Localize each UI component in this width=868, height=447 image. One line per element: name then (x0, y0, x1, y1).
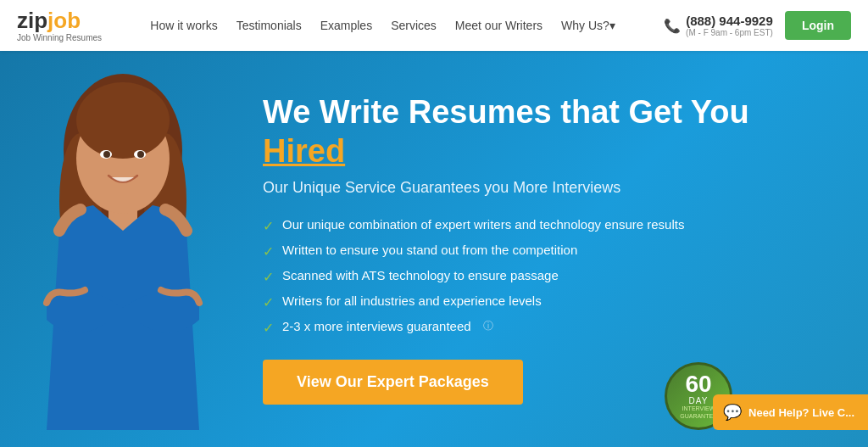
chat-label: Need Help? Live C... (748, 406, 854, 419)
badge-day: DAY (689, 396, 709, 405)
nav-item-examples[interactable]: Examples (320, 18, 372, 33)
nav-item-how-it-works[interactable]: How it works (150, 18, 217, 33)
check-icon-3: ✓ (263, 269, 274, 285)
nav-link-examples[interactable]: Examples (320, 19, 372, 32)
feature-item-3: ✓ Scanned with ATS technology to ensure … (263, 268, 763, 285)
phone-area: 📞 (888) 944-9929 (M - F 9am - 6pm EST) (664, 14, 773, 37)
live-chat-widget[interactable]: 💬 Need Help? Live C... (713, 394, 868, 430)
feature-item-4: ✓ Writers for all industries and experie… (263, 293, 763, 310)
feature-item-2: ✓ Written to ensure you stand out from t… (263, 243, 763, 260)
nav-item-writers[interactable]: Meet our Writers (455, 18, 542, 33)
hero-woman-image (8, 65, 237, 447)
nav-link-writers[interactable]: Meet our Writers (455, 19, 542, 32)
nav-link-why-us[interactable]: Why Us?▾ (561, 19, 615, 32)
check-icon-5: ✓ (263, 320, 274, 336)
feature-item-1: ✓ Our unique combination of expert write… (263, 217, 763, 234)
nav-link-testimonials[interactable]: Testimonials (236, 19, 302, 32)
phone-number: (888) 944-9929 (686, 14, 773, 28)
svg-point-9 (137, 151, 144, 158)
info-icon[interactable]: ⓘ (483, 319, 493, 333)
phone-hours: (M - F 9am - 6pm EST) (686, 28, 773, 37)
hero-title-highlight: Hired (263, 133, 345, 169)
woman-svg (8, 65, 237, 447)
nav-link-how-it-works[interactable]: How it works (150, 19, 217, 32)
check-icon-4: ✓ (263, 294, 274, 310)
feature-text-5: 2-3 x more interviews guaranteed (282, 319, 471, 333)
phone-info: (888) 944-9929 (M - F 9am - 6pm EST) (686, 14, 773, 37)
nav-item-testimonials[interactable]: Testimonials (236, 18, 302, 33)
check-icon-1: ✓ (263, 218, 274, 234)
svg-point-8 (103, 151, 110, 158)
nav-item-why-us[interactable]: Why Us?▾ (561, 18, 615, 33)
chat-icon: 💬 (723, 403, 742, 422)
badge-number: 60 (685, 372, 711, 396)
svg-point-5 (76, 82, 170, 159)
check-icon-2: ✓ (263, 243, 274, 260)
feature-item-5: ✓ 2-3 x more interviews guaranteed ⓘ (263, 319, 763, 336)
navbar: zipjob Job Winning Resumes How it works … (0, 0, 868, 51)
hero-subtitle: Our Unique Service Guarantees you More I… (263, 179, 763, 197)
nav-item-services[interactable]: Services (391, 18, 437, 33)
hero-title-text: We Write Resumes that Get You (263, 94, 749, 130)
hero-section: We Write Resumes that Get You Hired Our … (0, 51, 868, 447)
logo-job: job (47, 8, 81, 33)
nav-link-services[interactable]: Services (391, 19, 437, 32)
feature-text-2: Written to ensure you stand out from the… (282, 243, 577, 257)
phone-icon: 📞 (664, 18, 681, 34)
nav-links: How it works Testimonials Examples Servi… (150, 18, 615, 33)
logo-tagline: Job Winning Resumes (17, 33, 102, 42)
hero-title: We Write Resumes that Get You Hired (263, 93, 763, 170)
login-button[interactable]: Login (785, 11, 851, 40)
badge-text: INTERVIEWGUARANTEE (680, 405, 717, 420)
logo[interactable]: zipjob Job Winning Resumes (17, 8, 102, 43)
logo-zip: zip (17, 8, 47, 33)
feature-text-4: Writers for all industries and experienc… (282, 293, 542, 308)
nav-right: 📞 (888) 944-9929 (M - F 9am - 6pm EST) L… (664, 11, 851, 40)
cta-button[interactable]: View Our Expert Packages (263, 360, 523, 405)
feature-text-1: Our unique combination of expert writers… (282, 217, 684, 232)
hero-features-list: ✓ Our unique combination of expert write… (263, 217, 763, 336)
feature-text-3: Scanned with ATS technology to ensure pa… (282, 268, 559, 282)
